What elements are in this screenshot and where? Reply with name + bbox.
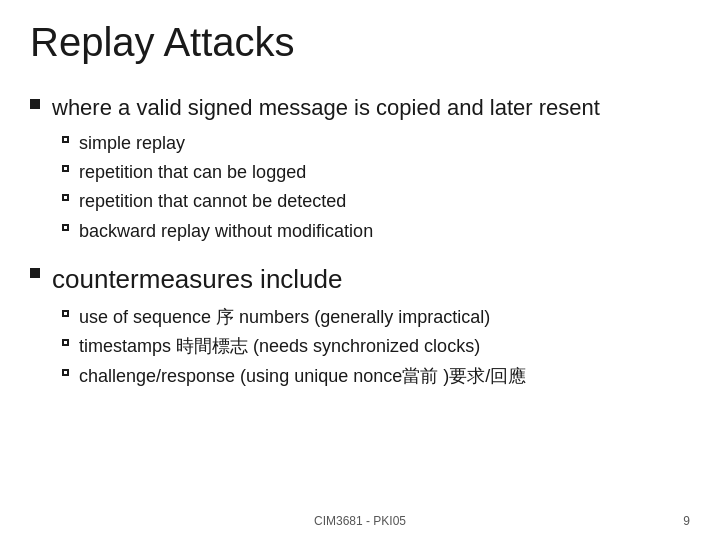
sub-bullet-1-1 (62, 136, 69, 143)
sub-item-1-2: repetition that can be logged (62, 160, 600, 184)
sub-item-1-1: simple replay (62, 131, 600, 155)
sub-list-2: use of sequence 序 numbers (generally imp… (62, 305, 526, 388)
sub-item-2-1-text: use of sequence 序 numbers (generally imp… (79, 305, 490, 329)
sub-item-1-4: backward replay without modification (62, 219, 600, 243)
slide: Replay Attacks where a valid signed mess… (0, 0, 720, 540)
list-item-1-text: where a valid signed message is copied a… (52, 95, 600, 120)
sub-item-2-2: timestamps 時間標志 (needs synchronized cloc… (62, 334, 526, 358)
sub-bullet-1-3 (62, 194, 69, 201)
footer-page: 9 (683, 514, 690, 528)
footer: CIM3681 - PKI05 (0, 514, 720, 528)
sub-bullet-2-2 (62, 339, 69, 346)
list-item-1: where a valid signed message is copied a… (30, 93, 690, 248)
footer-course: CIM3681 - PKI05 (314, 514, 406, 528)
sub-item-1-1-text: simple replay (79, 131, 185, 155)
sub-item-1-4-text: backward replay without modification (79, 219, 373, 243)
sub-bullet-2-1 (62, 310, 69, 317)
sub-list-1: simple replay repetition that can be log… (62, 131, 600, 243)
sub-bullet-1-4 (62, 224, 69, 231)
bullet-1 (30, 99, 40, 109)
sub-item-1-3-text: repetition that cannot be detected (79, 189, 346, 213)
sub-item-2-1: use of sequence 序 numbers (generally imp… (62, 305, 526, 329)
sub-bullet-1-2 (62, 165, 69, 172)
sub-item-2-3-text: challenge/response (using unique nonce當前… (79, 364, 526, 388)
list-item-2-text: countermeasures include (52, 264, 343, 294)
sub-item-2-2-text: timestamps 時間標志 (needs synchronized cloc… (79, 334, 480, 358)
list-item-2: countermeasures include use of sequence … (30, 262, 690, 393)
main-list: where a valid signed message is copied a… (30, 93, 690, 393)
bullet-2 (30, 268, 40, 278)
sub-item-1-2-text: repetition that can be logged (79, 160, 306, 184)
sub-item-1-3: repetition that cannot be detected (62, 189, 600, 213)
slide-title: Replay Attacks (30, 20, 690, 65)
list-item-1-content: where a valid signed message is copied a… (52, 93, 600, 248)
list-item-2-content: countermeasures include use of sequence … (52, 262, 526, 393)
sub-bullet-2-3 (62, 369, 69, 376)
sub-item-2-3: challenge/response (using unique nonce當前… (62, 364, 526, 388)
